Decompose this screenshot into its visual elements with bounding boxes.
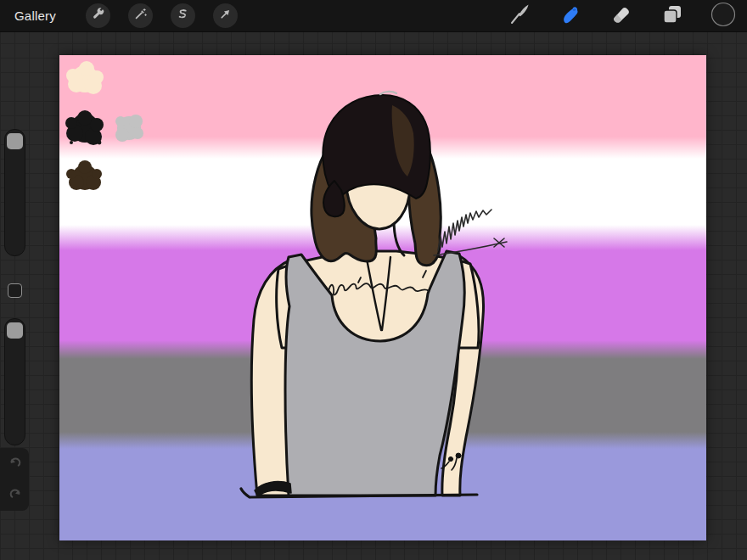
opacity-slider-handle[interactable] <box>7 322 23 339</box>
palette-swatch-cream <box>66 61 104 94</box>
layers-icon <box>660 3 684 30</box>
paintbrush-icon <box>508 3 531 30</box>
opacity-slider[interactable] <box>4 318 25 445</box>
eraser-icon <box>609 3 633 30</box>
figure-cap <box>323 95 430 200</box>
transform-button[interactable] <box>213 3 238 28</box>
brush-size-slider[interactable] <box>4 129 25 256</box>
smudge-finger-icon <box>559 3 582 30</box>
undo-redo-panel <box>0 448 29 511</box>
palette-swatch-gray <box>115 115 143 142</box>
transform-arrow-icon <box>218 7 233 25</box>
paint-tool-button[interactable] <box>507 3 532 29</box>
artwork-layer <box>59 55 706 540</box>
drawing-canvas[interactable] <box>59 55 706 540</box>
redo-button[interactable] <box>6 484 25 507</box>
wrench-icon <box>91 7 105 25</box>
stray-smudge-mark <box>380 92 396 94</box>
color-swatch-circle <box>710 1 737 31</box>
layers-button[interactable] <box>660 3 685 29</box>
adjustments-button[interactable] <box>128 3 153 28</box>
magic-wand-icon <box>133 7 148 25</box>
procreate-workspace: { "toolbar": { "gallery_label": "Gallery… <box>0 0 747 560</box>
gallery-button[interactable]: Gallery <box>14 8 56 23</box>
brush-size-slider-handle[interactable] <box>7 133 23 149</box>
tool-group-right <box>507 3 736 29</box>
modify-button[interactable] <box>8 283 22 298</box>
undo-button[interactable] <box>6 453 25 475</box>
artist-signature <box>434 210 507 255</box>
figure-drawing <box>241 92 507 497</box>
palette-swatch-black <box>65 110 104 145</box>
top-toolbar: Gallery <box>0 0 747 32</box>
selection-s-icon <box>176 7 190 25</box>
smudge-tool-button[interactable] <box>558 3 583 29</box>
palette-swatch-brown <box>66 160 102 190</box>
selection-button[interactable] <box>171 3 195 28</box>
color-swatch-button[interactable] <box>710 3 736 29</box>
actions-button[interactable] <box>86 3 110 28</box>
erase-tool-button[interactable] <box>609 3 634 29</box>
